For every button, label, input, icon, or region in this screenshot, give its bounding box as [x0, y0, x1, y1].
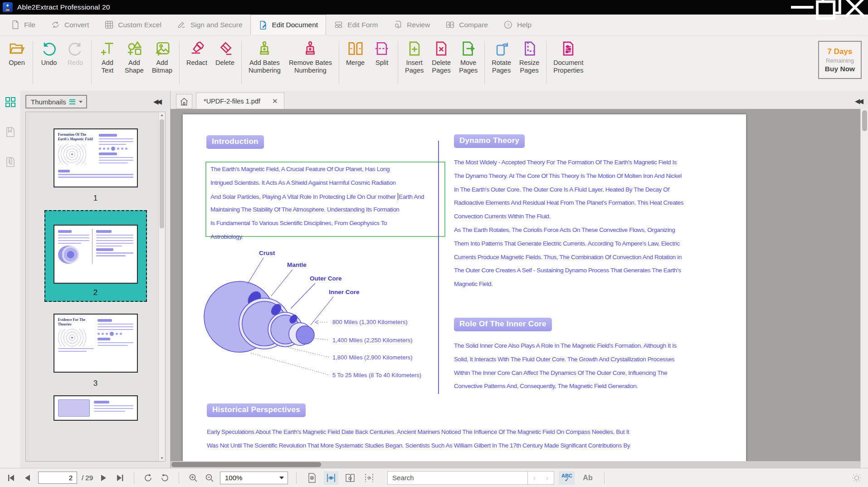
- remove-bates-stamp-icon: [302, 41, 318, 56]
- merge-button[interactable]: Merge: [342, 40, 369, 68]
- undo-button[interactable]: Undo: [36, 40, 62, 68]
- collapse-panel-icon[interactable]: ◀◀: [153, 98, 166, 106]
- two-page-view-button[interactable]: [343, 471, 357, 485]
- earth-diagram-mini: [58, 246, 79, 264]
- continuous-view-button[interactable]: [324, 471, 338, 485]
- thumbnails-scrollbar[interactable]: ▲ ▼: [158, 112, 165, 461]
- split-button[interactable]: Split: [369, 40, 395, 68]
- open-button[interactable]: Open: [4, 40, 30, 68]
- thumbnails-panel: Thumbnails ◀◀ Formation Of The Earth's M…: [21, 91, 171, 468]
- add-text-button[interactable]: Add Text: [94, 40, 121, 75]
- text-line: Was Not Until The Scientific Revolution …: [207, 442, 719, 456]
- titlebar: Able2Extract Professional 20: [0, 0, 868, 15]
- attachments-icon[interactable]: [5, 156, 16, 168]
- document-tab-label: *UPDF-2-files 1.pdf: [204, 98, 260, 105]
- text-line: Convective Patterns And, Consequently, T…: [454, 383, 722, 396]
- menu-help[interactable]: ? Help: [496, 15, 539, 35]
- delete-button[interactable]: Delete: [211, 40, 239, 68]
- minimize-button[interactable]: [789, 0, 815, 15]
- spellcheck-toggle[interactable]: ABC ✓: [559, 471, 575, 485]
- single-page-view-button[interactable]: [305, 471, 319, 485]
- thumbnail-page-4[interactable]: [54, 395, 138, 421]
- statusbar: / 29 100% ‹ › ABC ✓ Ab: [0, 468, 868, 487]
- search-input[interactable]: [387, 471, 528, 485]
- section-heading-dynamo-theory: Dynamo Theory: [454, 134, 525, 148]
- text-line: The Dynamo Theory. At The Core Of This T…: [454, 172, 722, 186]
- rotate-pages-button[interactable]: Rotate Pages: [488, 40, 515, 75]
- buy-now-label: Buy Now: [825, 65, 855, 73]
- rotate-clockwise-button[interactable]: [142, 472, 154, 484]
- zoom-out-button[interactable]: [204, 472, 215, 484]
- previous-page-button[interactable]: [22, 472, 34, 484]
- document-properties-button[interactable]: Document Properties: [549, 40, 587, 75]
- thumbnail-page-4-preview: [54, 395, 138, 421]
- page-number-input[interactable]: [38, 472, 77, 484]
- menu-compare[interactable]: AA Compare: [438, 15, 496, 35]
- svg-text:A: A: [448, 23, 450, 26]
- trial-buy-now-button[interactable]: 7 Days Remaining Buy Now: [818, 41, 862, 79]
- restore-button[interactable]: [815, 0, 842, 15]
- brightness-theme-icon[interactable]: [851, 472, 863, 484]
- menu-convert[interactable]: Convert: [43, 15, 97, 35]
- next-page-button[interactable]: [98, 472, 109, 484]
- vertical-scrollbar[interactable]: [860, 109, 868, 468]
- statusbar-separator: [134, 472, 134, 484]
- thumbnail-page-1[interactable]: Formation Of The Earth's Magnetic Field: [54, 128, 138, 210]
- home-tab-button[interactable]: [176, 94, 192, 109]
- diagram-label-crust: Crust: [259, 250, 275, 256]
- text-edit-selection-box[interactable]: The Earth's Magnetic Field, A Crucial Fe…: [205, 162, 445, 237]
- next-match-icon[interactable]: ›: [546, 474, 548, 482]
- tab-close-icon[interactable]: ✕: [272, 97, 278, 105]
- menu-custom-excel[interactable]: Custom Excel: [97, 15, 169, 35]
- text-line: Currents Produce Magnetic Fields. Thus, …: [454, 254, 722, 267]
- add-bitmap-button[interactable]: Add Bitmap: [148, 40, 176, 75]
- close-button[interactable]: [842, 0, 868, 15]
- last-page-button[interactable]: [114, 472, 126, 484]
- menu-file[interactable]: File: [3, 15, 43, 35]
- compare-icon: AA: [445, 20, 455, 30]
- match-case-toggle[interactable]: Ab: [580, 471, 596, 485]
- thumbnail-page-3-preview: Evidence For The Theories: [54, 314, 138, 373]
- redact-marker-icon: [189, 41, 205, 56]
- first-page-button[interactable]: [5, 472, 17, 484]
- horizontal-scrollbar[interactable]: [171, 461, 860, 468]
- menu-review[interactable]: Review: [385, 15, 438, 35]
- diagram-measurement: 1,400 Miles (2,250 Kilometers): [332, 337, 412, 344]
- menu-edit-document[interactable]: Edit Document: [250, 15, 327, 35]
- text-line: As The Earth Rotates, The Coriolis Force…: [454, 226, 722, 240]
- section-heading-introduction: Introduction: [206, 135, 264, 149]
- document-tab[interactable]: *UPDF-2-files 1.pdf ✕: [196, 93, 284, 109]
- diagram-measurement: 800 Miles (1,300 Kilometers): [332, 319, 407, 325]
- delete-pages-button[interactable]: Delete Pages: [428, 40, 455, 75]
- resize-pages-button[interactable]: Resize Pages: [515, 40, 543, 75]
- two-page-continuous-view-button[interactable]: [362, 471, 376, 485]
- menu-sign-secure[interactable]: Sign and Secure: [169, 15, 250, 35]
- insert-pages-button[interactable]: Insert Pages: [401, 40, 428, 75]
- redo-button[interactable]: Redo: [62, 40, 88, 68]
- remove-bates-button[interactable]: Remove Bates Numbering: [285, 40, 336, 75]
- previous-match-icon[interactable]: ‹: [533, 474, 536, 482]
- thumbnail-page-2-selected[interactable]: 2: [44, 210, 147, 302]
- historical-paragraph: Early Speculations About The Earth's Mag…: [207, 428, 719, 456]
- redact-button[interactable]: Redact: [182, 40, 211, 68]
- thumbnail-page-3[interactable]: Evidence For The Theories: [54, 314, 138, 395]
- pen-icon: [177, 20, 186, 30]
- diagram-label-outer-core: Outer Core: [310, 275, 342, 282]
- thumbnails-dropdown[interactable]: Thumbnails: [25, 95, 87, 108]
- menu-edit-form[interactable]: Edit Form: [326, 15, 385, 35]
- undo-icon: [41, 41, 57, 56]
- section-heading-inner-core: Role Of The Inner Core: [454, 318, 552, 331]
- zoom-in-button[interactable]: [187, 472, 199, 484]
- add-shape-button[interactable]: Add Shape: [121, 40, 148, 75]
- thumbnails-view-icon[interactable]: [5, 96, 16, 108]
- zoom-level-select[interactable]: 100%: [220, 472, 288, 484]
- bookmarks-icon[interactable]: [5, 126, 16, 138]
- add-bates-button[interactable]: Add Bates Numbering: [244, 40, 285, 75]
- resize-pages-icon: [522, 41, 537, 56]
- panel-chevrons-icon[interactable]: ◀◀: [855, 97, 866, 109]
- scroll-up-icon[interactable]: ▲: [160, 113, 164, 117]
- move-pages-button[interactable]: Move Pages: [455, 40, 482, 75]
- rotate-counterclockwise-button[interactable]: [159, 472, 171, 484]
- scroll-down-icon[interactable]: ▼: [160, 456, 164, 460]
- add-bates-stamp-icon: [257, 41, 272, 56]
